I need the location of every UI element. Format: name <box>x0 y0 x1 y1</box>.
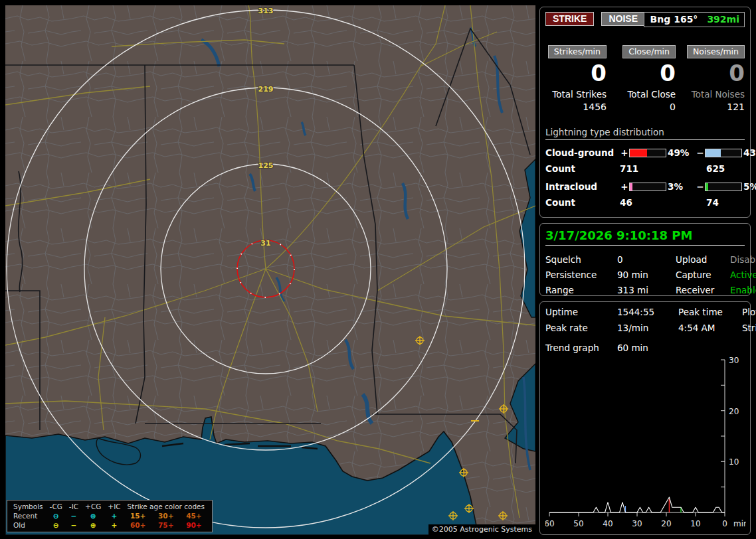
old-neg-cg-icon: ⊖ <box>47 520 66 530</box>
y-ticks <box>721 360 725 487</box>
age-75: 75+ <box>152 520 180 530</box>
plus-sign: + <box>620 147 629 158</box>
age-90: 90+ <box>180 520 208 530</box>
legend-age-header: Strike age color codes <box>124 502 208 511</box>
age-45: 45+ <box>180 511 208 520</box>
age-60: 60+ <box>124 520 152 530</box>
cloud-ground-row: Cloud-ground + 49% − 43% <box>545 147 745 158</box>
strikes-per-min-value: 0 <box>545 60 607 86</box>
minus-sign: − <box>696 147 705 158</box>
cloud-ground-counts: Count 711 625 <box>545 163 745 174</box>
ring-label-219: 219 <box>258 85 274 94</box>
upload-status: Disabled <box>730 254 756 265</box>
map-canvas: 313 219 125 31 <box>5 5 535 535</box>
trend-colored-marks <box>625 499 681 512</box>
noises-counter: Noises/min 0 Total Noises 121 <box>684 44 745 112</box>
y-tick-30: 30 <box>729 356 739 365</box>
trend-graph-value: 60 min <box>617 343 745 353</box>
peak-time-label: Peak time <box>678 307 742 317</box>
copyright-text: ©2005 Astrogenic Systems <box>428 524 535 535</box>
peak-time-value: 4:54 AM <box>678 323 742 333</box>
legend-symbols-header: Symbols <box>10 502 47 511</box>
recent-pos-cg-icon: ⊕ <box>82 511 104 520</box>
strikes-counter: Strikes/min 0 Total Strikes 1456 <box>545 44 607 112</box>
persistence-value: 90 min <box>617 270 676 280</box>
close-per-min-button[interactable]: Close/min <box>622 45 676 58</box>
plot-value: Strike <box>742 323 756 333</box>
x-tick-10: 10 <box>690 519 700 528</box>
age-15: 15+ <box>124 511 152 520</box>
stats-panel: Uptime 1544:55 Peak time Plot Peak rate … <box>539 301 751 535</box>
close-counter: Close/min 0 Total Close 0 <box>614 44 676 112</box>
ring-label-31: 31 <box>260 239 270 248</box>
strike-map[interactable]: 313 219 125 31 Symbols -CG -IC <box>5 5 535 535</box>
total-strikes-label: Total Strikes <box>545 89 607 100</box>
peak-rate-value: 13/min <box>617 323 678 333</box>
noises-per-min-button[interactable]: Noises/min <box>687 45 745 58</box>
cloud-ground-label: Cloud-ground <box>545 147 620 158</box>
ring-label-125: 125 <box>258 161 274 170</box>
bearing-readout: Bng 165°392mi <box>644 12 745 27</box>
x-tick-50: 50 <box>573 519 583 528</box>
uptime-value: 1544:55 <box>617 307 678 317</box>
strikes-per-min-button[interactable]: Strikes/min <box>548 45 607 58</box>
strike-mode-button[interactable]: STRIKE <box>545 12 594 26</box>
ic-positive-bar <box>629 183 666 191</box>
ring-label-313: 313 <box>258 7 274 15</box>
cg-negative-pct: 43% <box>743 147 756 158</box>
legend-old-label: Old <box>10 520 47 530</box>
x-axis-unit: min <box>733 519 746 528</box>
y-tick-20: 20 <box>729 407 739 416</box>
x-tick-0: 0 <box>722 519 727 528</box>
recent-neg-cg-icon: ⊖ <box>47 511 66 520</box>
legend-col-neg-cg: -CG <box>47 502 66 511</box>
peak-rate-label: Peak rate <box>545 323 617 333</box>
ic-positive-count: 46 <box>620 197 706 208</box>
upload-label: Upload <box>676 254 730 265</box>
trend-line <box>549 497 725 512</box>
ic-negative-bar <box>705 183 742 191</box>
distribution-title: Lightning type distribution <box>545 127 745 140</box>
bearing-value: Bng 165° <box>650 14 698 25</box>
trend-graph-label: Trend graph <box>545 343 617 353</box>
old-neg-ic-icon: − <box>66 520 82 530</box>
receiver-status: Enabled <box>730 285 756 295</box>
app-window: { "colors": { "land": "#5d524d", "water"… <box>0 0 756 539</box>
intracloud-label: Intracloud <box>545 181 620 192</box>
total-close-label: Total Close <box>614 89 676 100</box>
x-tick-60: 60 <box>545 519 555 528</box>
legend-col-pos-cg: +CG <box>82 502 104 511</box>
old-pos-cg-icon: ⊕ <box>82 520 104 530</box>
trend-chart: 30 20 10 60 50 40 30 20 10 0 min <box>545 354 746 531</box>
y-tick-10: 10 <box>729 457 739 467</box>
noise-mode-button[interactable]: NOISE <box>601 12 645 26</box>
x-tick-30: 30 <box>632 519 642 528</box>
legend-recent-label: Recent <box>10 511 47 520</box>
total-strikes-value: 1456 <box>545 102 607 112</box>
count-label: Count <box>545 197 620 208</box>
total-close-value: 0 <box>614 102 676 112</box>
noises-per-min-value: 0 <box>684 60 745 86</box>
squelch-value: 0 <box>617 254 676 265</box>
recent-neg-ic-icon: − <box>66 511 82 520</box>
bearing-range-value: 392mi <box>707 14 739 25</box>
close-per-min-value: 0 <box>614 60 676 86</box>
receiver-label: Receiver <box>676 285 730 295</box>
cg-negative-bar <box>705 149 742 157</box>
legend-col-pos-ic: +IC <box>104 502 124 511</box>
x-tick-20: 20 <box>661 519 671 528</box>
squelch-label: Squelch <box>545 254 617 265</box>
legend-col-neg-ic: -IC <box>66 502 82 511</box>
cg-positive-bar <box>629 149 666 157</box>
x-tick-40: 40 <box>603 519 613 528</box>
ic-negative-pct: 5% <box>743 181 756 192</box>
cg-negative-count: 625 <box>706 163 745 174</box>
ic-positive-pct: 3% <box>668 181 696 192</box>
total-noises-value: 121 <box>684 102 745 112</box>
symbol-legend: Symbols -CG -IC +CG +IC Strike age color… <box>7 500 213 532</box>
cg-positive-pct: 49% <box>668 147 696 158</box>
plot-label: Plot <box>742 307 756 317</box>
range-value: 313 mi <box>617 285 676 295</box>
recent-pos-ic-icon: + <box>104 511 124 520</box>
x-ticks <box>549 512 725 516</box>
